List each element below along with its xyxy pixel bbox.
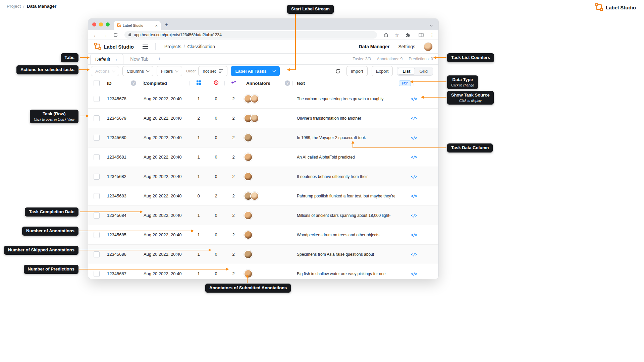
order-dropdown[interactable]: not set — [198, 66, 227, 76]
bookmark-star-icon[interactable]: ☆ — [395, 33, 399, 38]
task-source-icon[interactable]: </> — [411, 116, 417, 121]
table-row[interactable]: 12345682 Aug 20 2022, 20:40 1 0 2 If neu… — [88, 167, 438, 186]
close-window-button[interactable] — [92, 22, 96, 26]
task-source-icon[interactable]: </> — [411, 155, 417, 160]
app-breadcrumb-projects[interactable]: Projects — [164, 44, 181, 49]
table-row[interactable]: 12345678 Aug 20 2022, 20:40 1 0 2 The ca… — [88, 89, 438, 109]
predictions-count: 2 — [225, 167, 242, 186]
id-help-icon[interactable]: ? — [131, 80, 136, 86]
row-checkbox[interactable] — [94, 232, 100, 238]
row-checkbox[interactable] — [94, 135, 100, 141]
window-controls — [92, 22, 110, 26]
annotator-avatar[interactable] — [250, 192, 259, 200]
close-tab-icon[interactable]: × — [155, 23, 158, 28]
hamburger-menu-icon[interactable] — [143, 46, 148, 47]
annotator-avatar[interactable] — [250, 95, 259, 103]
task-source-icon[interactable]: </> — [411, 174, 417, 179]
column-annotators[interactable]: Annotators — [246, 81, 270, 86]
annotator-avatars — [244, 211, 253, 220]
task-table-body: 12345678 Aug 20 2022, 20:40 1 0 2 The ca… — [88, 89, 438, 279]
callout-annotators-submitted: Annotators of Submitted Annotations — [205, 284, 291, 293]
tab-new-tab[interactable]: New Tab — [123, 56, 155, 62]
chevron-down-icon — [146, 69, 149, 72]
annotator-avatar[interactable] — [244, 133, 253, 142]
tab-options-kebab-icon[interactable]: ⋮ — [114, 57, 118, 62]
extensions-puzzle-icon[interactable] — [404, 31, 412, 39]
app-brand[interactable]: Label Studio — [94, 43, 134, 51]
row-checkbox[interactable] — [94, 96, 100, 102]
filters-dropdown[interactable]: Filters — [157, 66, 182, 76]
column-text[interactable]: text — [297, 81, 305, 86]
minimize-window-button[interactable] — [99, 22, 103, 26]
annotators-help-icon[interactable]: ? — [285, 80, 290, 86]
view-list-button[interactable]: List — [398, 68, 415, 75]
row-checkbox[interactable] — [94, 271, 100, 277]
table-row[interactable]: 12345680 Aug 20 2022, 20:40 1 0 2 In 198… — [88, 128, 438, 147]
annotations-count: 1 — [190, 264, 207, 279]
side-panel-icon[interactable] — [417, 31, 425, 39]
new-browser-tab-button[interactable]: + — [165, 22, 168, 27]
annotator-avatar[interactable] — [244, 211, 253, 220]
columns-dropdown[interactable]: Columns — [122, 66, 153, 76]
task-source-icon[interactable]: </> — [411, 272, 417, 276]
annotator-avatar[interactable] — [244, 250, 253, 259]
task-source-icon[interactable]: </> — [411, 194, 417, 198]
table-row[interactable]: 12345686 Aug 20 2022, 20:40 1 0 2 Specim… — [88, 245, 438, 264]
table-row[interactable]: 12345683 Aug 20 2022, 20:40 0 2 2 Pahrum… — [88, 186, 438, 206]
annotator-avatar[interactable] — [244, 231, 253, 239]
nav-data-manager[interactable]: Data Manager — [359, 44, 390, 49]
user-avatar[interactable] — [424, 43, 432, 51]
row-checkbox[interactable] — [94, 154, 100, 160]
row-checkbox[interactable] — [94, 251, 100, 257]
table-row[interactable]: 12345685 Aug 20 2022, 20:40 1 0 2 Woodpe… — [88, 225, 438, 245]
table-row[interactable]: 12345684 Aug 20 2022, 20:40 1 0 2 Millio… — [88, 206, 438, 225]
column-predictions-count[interactable] — [225, 77, 242, 89]
column-completed[interactable]: Completed — [144, 81, 167, 86]
back-icon[interactable]: ← — [92, 33, 99, 38]
table-row[interactable]: 12345679 Aug 20 2022, 20:40 2 0 2 Olivin… — [88, 109, 438, 128]
view-grid-button[interactable]: Grid — [415, 68, 432, 74]
predictions-count: 2 — [225, 225, 242, 244]
url-input[interactable]: app.heartex.com/projects/123456/data?tab… — [124, 31, 377, 39]
label-all-tasks-button[interactable]: Label All Tasks — [231, 66, 279, 76]
zoom-window-button[interactable] — [106, 22, 110, 26]
share-icon[interactable] — [382, 31, 390, 39]
row-checkbox[interactable] — [94, 213, 100, 219]
order-value: not set — [203, 69, 216, 74]
column-skipped-count[interactable] — [207, 77, 225, 89]
browser-tabstrip: Label Studio × + — [88, 19, 438, 30]
annotator-avatar[interactable] — [250, 114, 259, 123]
annotator-avatar[interactable] — [244, 172, 253, 181]
data-type-badge[interactable]: str — [399, 80, 411, 86]
annotator-avatars — [244, 95, 259, 103]
forward-icon[interactable]: → — [102, 33, 108, 38]
refresh-icon[interactable] — [334, 67, 342, 75]
nav-settings[interactable]: Settings — [398, 44, 415, 49]
row-checkbox[interactable] — [94, 115, 100, 121]
task-source-icon[interactable]: </> — [411, 252, 417, 257]
row-checkbox[interactable] — [94, 174, 100, 180]
tab-default[interactable]: Default ⋮ — [90, 54, 123, 64]
task-source-icon[interactable]: </> — [411, 97, 417, 101]
tab-search-chevron-icon[interactable] — [430, 21, 432, 27]
task-source-icon[interactable]: </> — [411, 135, 417, 140]
add-tab-button[interactable]: + — [155, 56, 164, 62]
table-row[interactable]: 12345681 Aug 20 2022, 20:40 1 0 2 An AI … — [88, 147, 438, 167]
browser-tab[interactable]: Label Studio × — [114, 21, 161, 30]
task-source-icon[interactable]: </> — [411, 213, 417, 218]
row-checkbox[interactable] — [94, 193, 100, 199]
import-button[interactable]: Import — [346, 66, 368, 76]
table-row[interactable]: 12345687 Aug 20 2022, 20:40 1 0 2 Big fi… — [88, 264, 438, 279]
column-id[interactable]: ID — [107, 81, 112, 86]
actions-dropdown[interactable]: Actions — [91, 66, 119, 76]
browser-menu-kebab-icon[interactable]: ⋮ — [430, 33, 434, 37]
export-button[interactable]: Export — [372, 66, 393, 76]
annotator-avatar[interactable] — [244, 153, 253, 162]
column-annotations-count[interactable] — [190, 77, 207, 89]
breadcrumb-project[interactable]: Project — [7, 4, 21, 9]
select-all-checkbox[interactable] — [94, 80, 100, 86]
task-id: 12345687 — [107, 264, 144, 279]
task-source-icon[interactable]: </> — [411, 233, 417, 237]
annotator-avatar[interactable] — [244, 269, 253, 278]
reload-icon[interactable] — [111, 31, 120, 39]
